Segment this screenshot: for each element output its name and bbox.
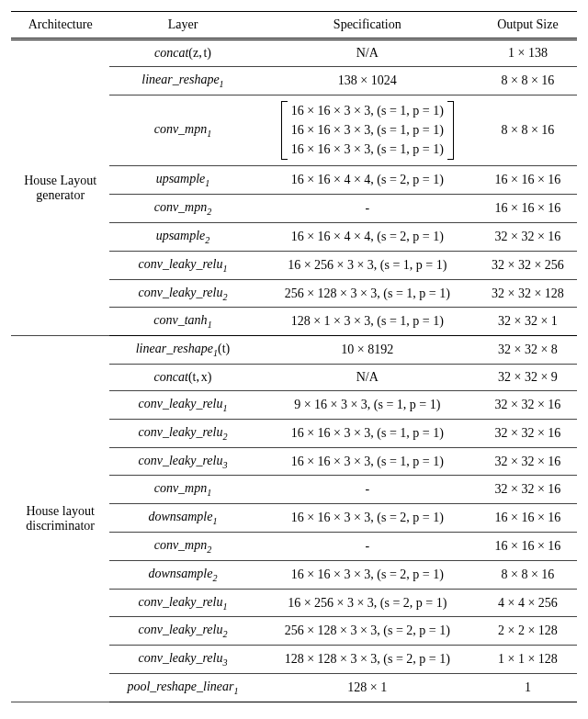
spec-cell: 9 × 16 × 3 × 3, (s = 1, p = 1): [256, 391, 479, 420]
layer-cell: linear_reshape1(t): [109, 336, 255, 365]
layer-cell: conv_leaky_relu3: [109, 646, 255, 674]
table-row: House Layoutgeneratorconcat(z, t)N/A1 × …: [11, 39, 577, 67]
architecture-table: Architecture Layer Specification Output …: [11, 11, 577, 702]
output-size-cell: 32 × 32 × 16: [479, 223, 577, 252]
architecture-cell: House Layoutgenerator: [11, 39, 109, 336]
table-row: House layoutdiscriminatorlinear_reshape1…: [11, 336, 577, 365]
output-size-cell: 4 × 4 × 256: [479, 589, 577, 617]
output-size-cell: 2 × 2 × 128: [479, 617, 577, 646]
output-size-cell: 32 × 32 × 128: [479, 279, 577, 308]
output-size-cell: 32 × 32 × 16: [479, 419, 577, 447]
layer-cell: conv_mpn2: [109, 195, 255, 223]
layer-cell: upsample1: [109, 166, 255, 195]
spec-cell: 16 × 16 × 3 × 3, (s = 1, p = 1): [256, 447, 479, 476]
layer-cell: conv_leaky_relu1: [109, 391, 255, 420]
spec-cell: N/A: [256, 365, 479, 391]
output-size-cell: 1 × 138: [479, 39, 577, 67]
spec-cell: -: [256, 533, 479, 561]
output-size-cell: 16 × 16 × 16: [479, 195, 577, 223]
layer-cell: conv_leaky_relu1: [109, 251, 255, 279]
layer-cell: downsample2: [109, 560, 255, 589]
col-arch: Architecture: [11, 12, 109, 39]
output-size-cell: 32 × 32 × 256: [479, 251, 577, 279]
layer-cell: conv_leaky_relu2: [109, 419, 255, 447]
spec-cell: 16 × 16 × 3 × 3, (s = 1, p = 1): [256, 419, 479, 447]
spec-cell: 16 × 16 × 4 × 4, (s = 2, p = 1): [256, 166, 479, 195]
spec-cell: 16 × 256 × 3 × 3, (s = 2, p = 1): [256, 589, 479, 617]
output-size-cell: 16 × 16 × 16: [479, 504, 577, 533]
output-size-cell: 32 × 32 × 1: [479, 308, 577, 336]
output-size-cell: 1: [479, 674, 577, 702]
layer-cell: concat(z, t): [109, 39, 255, 67]
output-size-cell: 8 × 8 × 16: [479, 95, 577, 166]
spec-cell: 10 × 8192: [256, 336, 479, 365]
layer-cell: pool_reshape_linear1: [109, 674, 255, 702]
spec-cell: 138 × 1024: [256, 67, 479, 95]
spec-cell: N/A: [256, 39, 479, 67]
output-size-cell: 32 × 32 × 16: [479, 476, 577, 504]
spec-cell: -: [256, 195, 479, 223]
output-size-cell: 32 × 32 × 16: [479, 391, 577, 420]
output-size-cell: 32 × 32 × 16: [479, 447, 577, 476]
layer-cell: conv_leaky_relu1: [109, 589, 255, 617]
layer-cell: conv_mpn2: [109, 533, 255, 561]
output-size-cell: 1 × 1 × 128: [479, 646, 577, 674]
spec-cell: 16 × 16 × 3 × 3, (s = 2, p = 1): [256, 560, 479, 589]
spec-cell: 128 × 1: [256, 674, 479, 702]
layer-cell: conv_mpn1: [109, 476, 255, 504]
spec-cell: 16 × 16 × 3 × 3, (s = 2, p = 1): [256, 504, 479, 533]
output-size-cell: 32 × 32 × 9: [479, 365, 577, 391]
spec-cell: 16 × 256 × 3 × 3, (s = 1, p = 1): [256, 251, 479, 279]
col-layer: Layer: [109, 12, 255, 39]
spec-cell: 16 × 16 × 3 × 3, (s = 1, p = 1)16 × 16 ×…: [256, 95, 479, 166]
header-row: Architecture Layer Specification Output …: [11, 12, 577, 39]
output-size-cell: 32 × 32 × 8: [479, 336, 577, 365]
spec-cell: 256 × 128 × 3 × 3, (s = 1, p = 1): [256, 279, 479, 308]
layer-cell: downsample1: [109, 504, 255, 533]
output-size-cell: 16 × 16 × 16: [479, 166, 577, 195]
spec-cell: 128 × 128 × 3 × 3, (s = 2, p = 1): [256, 646, 479, 674]
output-size-cell: 8 × 8 × 16: [479, 67, 577, 95]
output-size-cell: 16 × 16 × 16: [479, 533, 577, 561]
col-out: Output Size: [479, 12, 577, 39]
layer-cell: upsample2: [109, 223, 255, 252]
layer-cell: conv_tanh1: [109, 308, 255, 336]
architecture-cell: House layoutdiscriminator: [11, 336, 109, 702]
spec-cell: 16 × 16 × 4 × 4, (s = 2, p = 1): [256, 223, 479, 252]
layer-cell: concat(t, x): [109, 365, 255, 391]
spec-cell: 256 × 128 × 3 × 3, (s = 2, p = 1): [256, 617, 479, 646]
spec-cell: 128 × 1 × 3 × 3, (s = 1, p = 1): [256, 308, 479, 336]
spec-cell: -: [256, 476, 479, 504]
layer-cell: linear_reshape1: [109, 67, 255, 95]
col-spec: Specification: [256, 12, 479, 39]
layer-cell: conv_leaky_relu2: [109, 279, 255, 308]
layer-cell: conv_leaky_relu2: [109, 617, 255, 646]
layer-cell: conv_mpn1: [109, 95, 255, 166]
layer-cell: conv_leaky_relu3: [109, 447, 255, 476]
output-size-cell: 8 × 8 × 16: [479, 560, 577, 589]
